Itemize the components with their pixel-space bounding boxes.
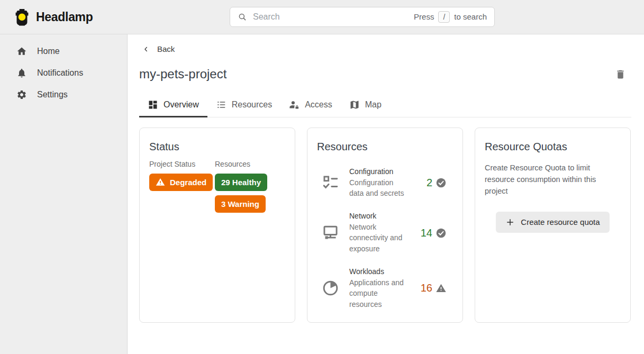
title-row: my-pets-project: [128, 56, 644, 82]
main-content: Back my-pets-project Overview Resources: [128, 34, 644, 354]
badge-label: 29 Healthy: [221, 178, 261, 187]
resources-status-label: Resources: [215, 160, 250, 168]
resource-count-value: 14: [421, 227, 432, 239]
search-placeholder: Search: [253, 12, 280, 22]
tab-map[interactable]: Map: [341, 94, 390, 117]
status-card: Status Project Status Degraded Resources…: [139, 128, 295, 323]
badge-label: Degraded: [170, 178, 206, 187]
resource-quotas-card: Resource Quotas Create Resource Quota to…: [475, 128, 631, 323]
resource-name: Configuration: [349, 167, 407, 176]
project-tabs: Overview Resources Access Map: [139, 94, 631, 117]
resource-row-network[interactable]: Network Network connectivity and exposur…: [317, 212, 453, 254]
resource-quotas-description: Create Resource Quota to limit resource …: [485, 162, 618, 197]
back-button[interactable]: Back: [142, 44, 175, 53]
checklist-icon: [321, 173, 340, 193]
trash-icon: [615, 69, 626, 80]
resources-status-column: Resources 29 Healthy 3 Warning: [215, 160, 267, 213]
plus-icon: [505, 217, 515, 227]
create-resource-quota-button[interactable]: Create resource quota: [496, 212, 609, 233]
slash-keycap: /: [438, 11, 450, 23]
brand-name: Headlamp: [36, 10, 93, 24]
resource-count: 2: [427, 177, 453, 189]
gear-icon: [16, 89, 27, 100]
project-status-column: Project Status Degraded: [149, 160, 215, 213]
sidebar-item-settings[interactable]: Settings: [0, 84, 127, 105]
sidebar: Home Notifications Settings: [0, 34, 128, 354]
top-app-bar: Headlamp Search Press / to search: [0, 0, 644, 34]
tab-resources[interactable]: Resources: [207, 94, 280, 117]
press-label: Press: [414, 12, 434, 21]
check-circle-icon: [436, 177, 447, 188]
chevron-left-icon: [142, 45, 150, 53]
project-status-label: Project Status: [149, 160, 195, 168]
sidebar-item-notifications[interactable]: Notifications: [0, 62, 127, 84]
list-icon: [216, 99, 226, 110]
delete-project-button[interactable]: [613, 67, 628, 82]
search-icon: [238, 12, 247, 22]
map-icon: [349, 99, 360, 110]
tab-overview[interactable]: Overview: [139, 94, 207, 117]
resource-quotas-card-title: Resource Quotas: [485, 141, 621, 153]
tab-label: Overview: [164, 100, 199, 110]
resource-count-value: 2: [427, 177, 432, 189]
resource-row-workloads[interactable]: Workloads Applications and compute resou…: [317, 267, 453, 310]
sidebar-item-label: Settings: [37, 90, 68, 99]
resource-description: Applications and compute resources: [349, 277, 407, 310]
tab-label: Access: [305, 100, 332, 110]
button-label: Create resource quota: [521, 217, 600, 226]
resource-description: Configuration data and secrets: [349, 177, 407, 199]
sidebar-item-home[interactable]: Home: [0, 40, 127, 62]
headlamp-lamp-icon: [14, 8, 30, 26]
resource-count-value: 16: [421, 282, 432, 294]
tab-access[interactable]: Access: [280, 94, 341, 117]
resource-count: 14: [421, 227, 453, 239]
bell-icon: [16, 68, 27, 78]
network-icon: [321, 223, 340, 243]
healthy-count-badge: 29 Healthy: [215, 174, 267, 191]
headlamp-logo[interactable]: Headlamp: [0, 8, 93, 26]
sidebar-item-label: Notifications: [37, 68, 83, 78]
page-title: my-pets-project: [139, 67, 226, 81]
tab-label: Map: [365, 100, 382, 110]
status-card-title: Status: [149, 141, 285, 153]
overview-cards: Status Project Status Degraded Resources…: [139, 128, 631, 323]
to-search-label: to search: [454, 12, 487, 21]
sidebar-item-label: Home: [37, 47, 60, 56]
resource-row-configuration[interactable]: Configuration Configuration data and sec…: [317, 167, 453, 199]
warning-triangle-icon: [156, 177, 165, 187]
pie-chart-icon: [321, 278, 340, 298]
back-label: Back: [157, 44, 175, 53]
resource-name: Network: [349, 212, 407, 220]
resource-name: Workloads: [349, 267, 407, 276]
resource-description: Network connectivity and exposure: [349, 222, 407, 254]
resources-card-title: Resources: [317, 141, 453, 153]
home-icon: [16, 46, 27, 57]
warning-triangle-icon: [436, 283, 447, 294]
tab-label: Resources: [232, 100, 272, 110]
search-shortcut-hint: Press / to search: [414, 11, 487, 23]
badge-label: 3 Warning: [221, 199, 259, 208]
degraded-status-badge: Degraded: [149, 174, 213, 191]
resources-card: Resources Configuration Configuration da…: [307, 128, 463, 323]
global-search-input[interactable]: Search Press / to search: [230, 7, 495, 27]
dashboard-icon: [148, 99, 158, 110]
warning-count-badge: 3 Warning: [215, 195, 266, 213]
person-lock-icon: [289, 99, 300, 110]
resource-count: 16: [421, 282, 453, 294]
check-circle-icon: [436, 228, 447, 239]
